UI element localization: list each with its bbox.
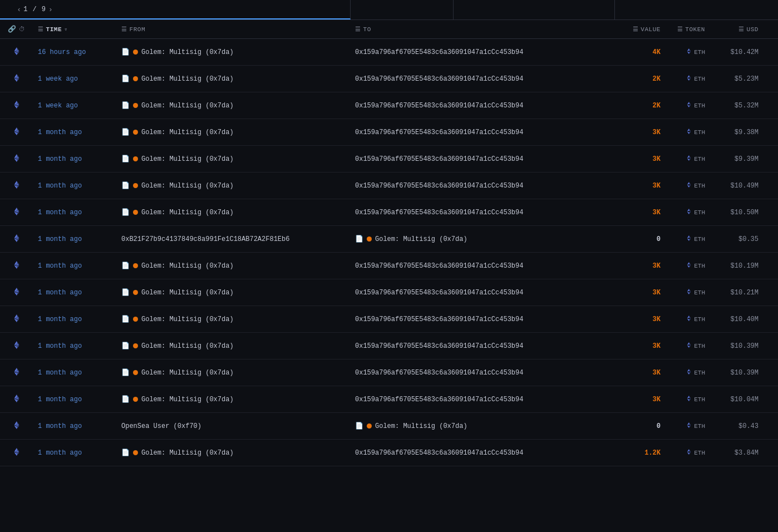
table-row[interactable]: 1 month ago 0xB21F27b9c4137849c8a991Fe1C… — [0, 226, 778, 253]
table-row[interactable]: 1 week ago 📄 Golem: Multisig (0x7da) 0x1… — [0, 66, 778, 92]
row-time[interactable]: 1 month ago — [33, 199, 117, 225]
row-time[interactable]: 1 month ago — [33, 306, 117, 332]
row-time[interactable]: 1 month ago — [33, 226, 117, 252]
row-time[interactable]: 1 week ago — [33, 66, 117, 92]
contract-dot — [133, 156, 138, 161]
table-row[interactable]: 1 month ago 📄 Golem: Multisig (0x7da) 0x… — [0, 333, 778, 359]
row-from[interactable]: 📄 Golem: Multisig (0x7da) — [117, 39, 351, 65]
row-to[interactable]: 0x159a796af6705E5483c6a36091047a1cCc453b… — [351, 92, 615, 119]
to-addr: 0x159a796af6705E5483c6a36091047a1cCc453b… — [355, 289, 523, 297]
row-to[interactable]: 0x159a796af6705E5483c6a36091047a1cCc453b… — [351, 146, 615, 172]
row-time[interactable]: 1 month ago — [33, 333, 117, 359]
row-time[interactable]: 1 month ago — [33, 359, 117, 386]
row-from[interactable]: 📄 Golem: Multisig (0x7da) — [117, 386, 351, 412]
row-token: ETH — [665, 306, 710, 332]
prev-page-button[interactable]: ‹ — [16, 4, 22, 14]
row-time[interactable]: 1 month ago — [33, 279, 117, 306]
row-from[interactable]: 0xB21F27b9c4137849c8a991Fe1C18AB72A2F81E… — [117, 226, 351, 252]
row-to[interactable]: 📄 Golem: Multisig (0x7da) — [351, 226, 615, 252]
table-row[interactable]: 1 month ago 📄 Golem: Multisig (0x7da) 0x… — [0, 279, 778, 306]
from-name: Golem: Multisig (0x7da) — [141, 102, 234, 110]
svg-marker-153 — [14, 452, 17, 455]
row-time[interactable]: 1 month ago — [33, 413, 117, 439]
row-usd: $10.39M — [710, 359, 765, 386]
table-row[interactable]: 1 month ago 📄 Golem: Multisig (0x7da) 0x… — [0, 386, 778, 413]
row-from[interactable]: 📄 Golem: Multisig (0x7da) — [117, 199, 351, 225]
row-time[interactable]: 1 month ago — [33, 253, 117, 279]
row-to[interactable]: 0x159a796af6705E5483c6a36091047a1cCc453b… — [351, 279, 615, 306]
table-row[interactable]: 1 month ago 📄 Golem: Multisig (0x7da) 0x… — [0, 199, 778, 226]
table-row[interactable]: 1 month ago 📄 Golem: Multisig (0x7da) 0x… — [0, 253, 778, 279]
row-to[interactable]: 0x159a796af6705E5483c6a36091047a1cCc453b… — [351, 119, 615, 145]
sub-col-to[interactable]: ☰ TO — [351, 26, 615, 33]
table-row[interactable]: 1 month ago 📄 Golem: Multisig (0x7da) 0x… — [0, 119, 778, 146]
row-from[interactable]: 📄 Golem: Multisig (0x7da) — [117, 333, 351, 359]
svg-marker-62 — [17, 211, 19, 215]
sub-col-usd[interactable]: ☰ USD — [710, 26, 765, 33]
svg-marker-99 — [687, 292, 689, 294]
row-from[interactable]: 📄 Golem: Multisig (0x7da) — [117, 66, 351, 92]
table-row[interactable]: 1 month ago 📄 Golem: Multisig (0x7da) 0x… — [0, 306, 778, 333]
row-from[interactable]: 📄 Golem: Multisig (0x7da) — [117, 146, 351, 172]
row-time[interactable]: 1 month ago — [33, 146, 117, 172]
usd-value: $5.23M — [735, 75, 759, 83]
row-to[interactable]: 0x159a796af6705E5483c6a36091047a1cCc453b… — [351, 173, 615, 199]
row-time[interactable]: 1 month ago — [33, 386, 117, 412]
sub-header-row: 🔗 ⏱ ☰ TIME ▿ ☰ FROM ☰ TO ☰ VALUE ☰ TOKEN… — [0, 20, 778, 39]
svg-marker-13 — [14, 78, 17, 81]
svg-marker-159 — [687, 452, 689, 455]
next-page-button[interactable]: › — [47, 4, 54, 14]
svg-marker-28 — [689, 105, 691, 107]
eth-token-icon — [686, 182, 692, 189]
row-value: 2K — [615, 92, 665, 119]
svg-marker-59 — [687, 185, 689, 188]
row-to[interactable]: 0x159a796af6705E5483c6a36091047a1cCc453b… — [351, 359, 615, 386]
row-to[interactable]: 0x159a796af6705E5483c6a36091047a1cCc453b… — [351, 66, 615, 92]
row-value: 3K — [615, 253, 665, 279]
sub-col-from[interactable]: ☰ FROM — [117, 26, 351, 33]
row-to[interactable]: 0x159a796af6705E5483c6a36091047a1cCc453b… — [351, 39, 615, 65]
svg-marker-148 — [689, 426, 691, 428]
svg-marker-68 — [689, 212, 691, 214]
row-from[interactable]: 📄 Golem: Multisig (0x7da) — [117, 92, 351, 119]
sub-col-time[interactable]: ☰ TIME ▿ — [33, 26, 117, 33]
row-time[interactable]: 1 week ago — [33, 92, 117, 119]
doc-icon: 📄 — [121, 101, 130, 110]
row-from[interactable]: 📄 Golem: Multisig (0x7da) — [117, 119, 351, 145]
row-from[interactable]: 📄 Golem: Multisig (0x7da) — [117, 173, 351, 199]
row-to[interactable]: 0x159a796af6705E5483c6a36091047a1cCc453b… — [351, 440, 615, 466]
table-row[interactable]: 1 week ago 📄 Golem: Multisig (0x7da) 0x1… — [0, 92, 778, 119]
table-row[interactable]: 1 month ago OpenSea User (0xf70) 📄 Golem… — [0, 413, 778, 440]
row-token: ETH — [665, 253, 710, 279]
table-row[interactable]: 1 month ago 📄 Golem: Multisig (0x7da) 0x… — [0, 440, 778, 466]
row-from[interactable]: 📄 Golem: Multisig (0x7da) — [117, 279, 351, 306]
table-row[interactable]: 1 month ago 📄 Golem: Multisig (0x7da) 0x… — [0, 359, 778, 386]
row-from[interactable]: 📄 Golem: Multisig (0x7da) — [117, 440, 351, 466]
row-time[interactable]: 1 month ago — [33, 119, 117, 145]
row-to[interactable]: 0x159a796af6705E5483c6a36091047a1cCc453b… — [351, 333, 615, 359]
row-time[interactable]: 1 month ago — [33, 440, 117, 466]
row-to[interactable]: 0x159a796af6705E5483c6a36091047a1cCc453b… — [351, 199, 615, 225]
transactions-section-header: ‹ 1 / 9 › — [0, 0, 351, 19]
from-name: Golem: Multisig (0x7da) — [141, 75, 234, 83]
row-to[interactable]: 0x159a796af6705E5483c6a36091047a1cCc453b… — [351, 306, 615, 332]
row-to[interactable]: 0x159a796af6705E5483c6a36091047a1cCc453b… — [351, 253, 615, 279]
table-row[interactable]: 16 hours ago 📄 Golem: Multisig (0x7da) 0… — [0, 39, 778, 66]
row-time[interactable]: 1 month ago — [33, 173, 117, 199]
row-time[interactable]: 16 hours ago — [33, 39, 117, 65]
sub-col-value[interactable]: ☰ VALUE — [615, 26, 665, 33]
row-from[interactable]: 📄 Golem: Multisig (0x7da) — [117, 306, 351, 332]
row-from[interactable]: 📄 Golem: Multisig (0x7da) — [117, 359, 351, 386]
row-value: 0 — [615, 413, 665, 439]
row-from[interactable]: 📄 Golem: Multisig (0x7da) — [117, 253, 351, 279]
row-from[interactable]: OpenSea User (0xf70) — [117, 413, 351, 439]
row-to[interactable]: 📄 Golem: Multisig (0x7da) — [351, 413, 615, 439]
table-row[interactable]: 1 month ago 📄 Golem: Multisig (0x7da) 0x… — [0, 146, 778, 173]
row-value: 3K — [615, 359, 665, 386]
table-row[interactable]: 1 month ago 📄 Golem: Multisig (0x7da) 0x… — [0, 173, 778, 199]
sub-col-token[interactable]: ☰ TOKEN — [665, 26, 710, 33]
svg-marker-98 — [689, 292, 691, 294]
from-name: Golem: Multisig (0x7da) — [141, 182, 234, 190]
row-to[interactable]: 0x159a796af6705E5483c6a36091047a1cCc453b… — [351, 386, 615, 412]
row-value: 1.2K — [615, 440, 665, 466]
